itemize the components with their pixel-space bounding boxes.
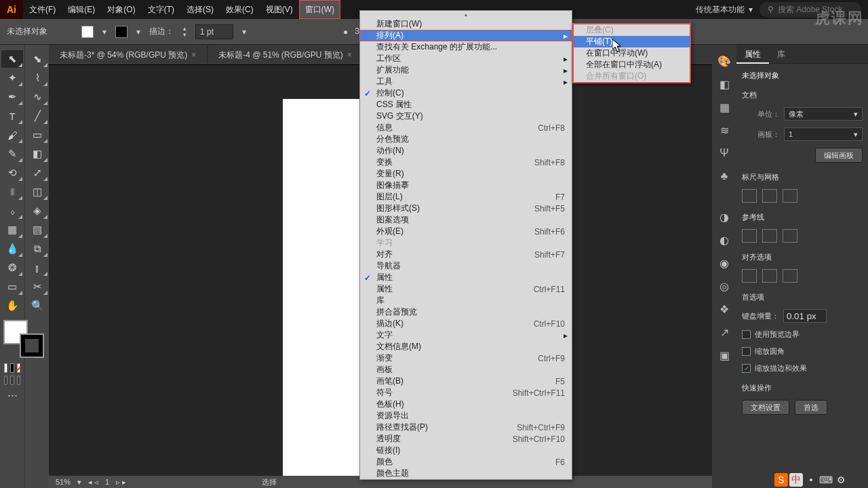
snap-icon-2[interactable] — [762, 269, 777, 283]
graphic-styles-icon[interactable]: ◎ — [716, 278, 732, 294]
search-input[interactable]: ⚲搜索 Adobe Stock — [760, 2, 861, 17]
preferences-button[interactable]: 首选 — [795, 400, 827, 415]
document-tab[interactable]: 未标题-4 @ 51% (RGB/GPU 预览)× — [208, 45, 363, 64]
menu-item[interactable]: 图案选项 — [360, 214, 572, 226]
curvature-tool[interactable]: ∿ — [26, 88, 48, 106]
menu-item[interactable]: 导航器 — [360, 260, 572, 272]
grid-icon[interactable] — [762, 189, 777, 203]
guide-icon-1[interactable] — [742, 229, 757, 243]
menu-item[interactable]: ✓控制(C) — [360, 87, 572, 99]
lasso-tool[interactable]: ⌇ — [26, 69, 48, 87]
menu-item[interactable]: 文字▸ — [360, 329, 572, 341]
rotate-tool[interactable]: ⟲ — [1, 164, 23, 182]
menu-item[interactable]: 变换Shift+F8 — [360, 157, 572, 168]
ime-punct-icon[interactable]: • — [804, 473, 818, 487]
artboard-select[interactable]: 1▾ — [784, 127, 863, 141]
guide-icon-2[interactable] — [762, 229, 777, 243]
direct-selection-tool[interactable]: ⬊ — [26, 50, 48, 68]
snap-icon-3[interactable] — [783, 269, 797, 283]
workspace-selector[interactable]: 传统基本功能▾ — [696, 4, 753, 16]
brush-tool[interactable]: 🖌 — [1, 126, 23, 144]
graph-tool[interactable]: ⫿ — [26, 259, 48, 277]
menu-item[interactable]: 属性Ctrl+F11 — [360, 283, 572, 295]
close-icon[interactable]: × — [347, 50, 352, 60]
free-transform-tool[interactable]: ◫ — [26, 183, 48, 201]
width-tool[interactable]: ⫴ — [1, 183, 23, 201]
keyboard-increment-input[interactable] — [783, 309, 827, 323]
menu-item[interactable]: 颜色F6 — [360, 456, 572, 468]
checkbox-preview-bounds[interactable] — [742, 330, 751, 339]
sogou-icon[interactable]: S — [774, 473, 788, 487]
menu-item[interactable]: 工作区▸ — [360, 53, 572, 64]
menu-item[interactable]: 查找有关 Exchange 的扩展功能... — [360, 41, 572, 53]
menu-item[interactable]: 动作(N) — [360, 145, 572, 157]
menu-item[interactable]: 链接(I) — [360, 445, 572, 456]
menu-item[interactable]: 路径查找器(P)Shift+Ctrl+F9 — [360, 422, 572, 433]
stepper-icon[interactable]: ▴▾ — [180, 24, 189, 39]
menu-item[interactable]: 画板 — [360, 364, 572, 375]
pen-tool[interactable]: ✒ — [1, 88, 23, 106]
stroke-swatch[interactable] — [115, 26, 127, 38]
wand-tool[interactable]: ✦ — [1, 69, 23, 87]
line-tool[interactable]: ╱ — [26, 107, 48, 125]
menu-item[interactable]: CSS 属性 — [360, 99, 572, 110]
menu-item[interactable]: 色板(H) — [360, 399, 572, 410]
checkbox-scale-corners[interactable] — [742, 347, 751, 356]
menu-视图V[interactable]: 视图(V) — [260, 0, 299, 19]
chevron-down-icon[interactable]: ▾ — [134, 24, 142, 39]
menu-item[interactable]: ✓属性 — [360, 272, 572, 283]
selection-tool[interactable]: ⬉ — [1, 50, 23, 68]
chevron-down-icon[interactable]: ▾ — [240, 24, 248, 39]
slice-tool[interactable]: ✂ — [26, 278, 48, 296]
hand-tool[interactable]: ✋ — [1, 297, 23, 314]
menu-item[interactable]: 外观(E)Shift+F6 — [360, 226, 572, 237]
menu-item[interactable]: 颜色主题 — [360, 468, 572, 479]
color-guide-icon[interactable]: ◧ — [716, 76, 732, 92]
menu-选择S[interactable]: 选择(S) — [180, 0, 220, 19]
menu-item[interactable]: 扩展功能▸ — [360, 64, 572, 76]
menu-item[interactable]: 信息Ctrl+F8 — [360, 122, 572, 134]
menu-item[interactable]: 库 — [360, 295, 572, 306]
guide-icon-3[interactable] — [783, 229, 797, 243]
ruler-icon[interactable] — [742, 189, 757, 203]
chevron-down-icon[interactable]: ▾ — [100, 24, 108, 39]
menu-窗口W[interactable]: 窗口(W) — [299, 0, 340, 19]
checkbox-scale-strokes[interactable]: ✓ — [742, 364, 751, 373]
zoom-tool[interactable]: 🔍 — [26, 297, 48, 314]
asset-export-icon[interactable]: ↗ — [716, 324, 732, 340]
menu-item[interactable]: 符号Shift+Ctrl+F11 — [360, 387, 572, 399]
stroke-weight-input[interactable]: 1 pt — [195, 24, 233, 39]
menu-item[interactable]: 拼合器预览 — [360, 306, 572, 318]
color-panel-icon[interactable]: 🎨 — [716, 53, 732, 69]
mesh-tool[interactable]: ▦ — [1, 221, 23, 239]
menu-item[interactable]: 图层(L)F7 — [360, 191, 572, 203]
menu-item[interactable]: 描边(K)Ctrl+F10 — [360, 318, 572, 329]
submenu-item[interactable]: 在窗口中浮动(W) — [574, 47, 690, 59]
eyedropper-tool[interactable]: 💧 — [1, 240, 23, 258]
artboard-tool[interactable]: ▭ — [1, 278, 23, 296]
scale-tool[interactable]: ⤢ — [26, 164, 48, 182]
unit-select[interactable]: 像素▾ — [784, 107, 863, 121]
color-mode-icon[interactable] — [4, 363, 7, 373]
close-icon[interactable]: × — [191, 50, 196, 60]
ime-lang-icon[interactable]: 中 — [789, 473, 803, 487]
artboards-panel-icon[interactable]: ▣ — [716, 347, 732, 363]
type-tool[interactable]: T — [1, 107, 23, 125]
brushes-icon[interactable]: ≋ — [716, 122, 732, 138]
swatches-icon[interactable]: ▦ — [716, 99, 732, 115]
menu-item[interactable]: 文档信息(M) — [360, 341, 572, 352]
appearance-icon[interactable]: ◉ — [716, 255, 732, 271]
menu-编辑E[interactable]: 编辑(E) — [62, 0, 101, 19]
screen-mode-1[interactable] — [4, 375, 7, 385]
ime-keyboard-icon[interactable]: ⌨ — [819, 473, 833, 487]
snap-icon-1[interactable] — [742, 269, 757, 283]
symbol-tool[interactable]: ❂ — [1, 259, 23, 277]
menu-item[interactable]: 新建窗口(W) — [360, 18, 572, 30]
menu-效果C[interactable]: 效果(C) — [220, 0, 260, 19]
menu-item[interactable]: 分色预览 — [360, 134, 572, 145]
menu-item[interactable]: 对齐Shift+F7 — [360, 249, 572, 260]
none-mode-icon[interactable] — [17, 363, 20, 373]
rectangle-tool[interactable]: ▭ — [26, 126, 48, 144]
menu-item[interactable]: 透明度Shift+Ctrl+F10 — [360, 433, 572, 445]
menu-文字T[interactable]: 文字(T) — [142, 0, 180, 19]
